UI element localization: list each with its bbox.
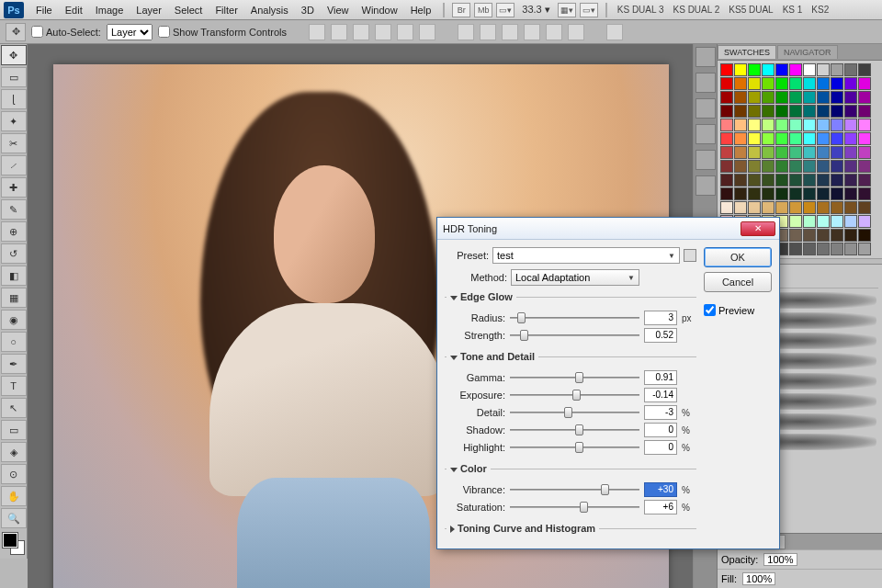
dock-icon[interactable] bbox=[695, 47, 716, 67]
swatch-color[interactable] bbox=[817, 77, 830, 90]
swatch-color[interactable] bbox=[803, 187, 816, 200]
swatch-color[interactable] bbox=[720, 77, 733, 90]
preset-dropdown[interactable]: test▼ bbox=[492, 247, 680, 264]
navigator-tab[interactable]: NAVIGATOR bbox=[777, 45, 838, 59]
swatch-color[interactable] bbox=[789, 215, 802, 228]
swatch-color[interactable] bbox=[762, 119, 775, 131]
swatch-color[interactable] bbox=[803, 119, 816, 131]
swatch-color[interactable] bbox=[858, 132, 871, 145]
eyedropper-tool[interactable]: ⟋ bbox=[1, 155, 27, 175]
auto-select-dropdown[interactable]: Layer bbox=[107, 24, 153, 40]
swatch-color[interactable] bbox=[803, 91, 816, 104]
swatch-color[interactable] bbox=[817, 243, 830, 255]
highlight-value[interactable]: 0 bbox=[644, 440, 677, 455]
swatch-color[interactable] bbox=[789, 132, 802, 145]
swatch-color[interactable] bbox=[734, 77, 747, 90]
swatch-color[interactable] bbox=[720, 187, 733, 200]
distribute-icon[interactable] bbox=[480, 24, 496, 40]
opacity-value[interactable]: 100% bbox=[763, 553, 797, 566]
swatch-color[interactable] bbox=[748, 119, 761, 131]
gamma-value[interactable]: 0.91 bbox=[644, 370, 677, 385]
auto-align-icon[interactable] bbox=[606, 24, 623, 40]
swatch-color[interactable] bbox=[858, 146, 871, 159]
swatch-color[interactable] bbox=[775, 119, 788, 131]
swatch-color[interactable] bbox=[844, 215, 857, 228]
swatch-color[interactable] bbox=[720, 105, 733, 118]
swatch-color[interactable] bbox=[775, 160, 788, 173]
menu-window[interactable]: Window bbox=[356, 2, 404, 18]
auto-select-checkbox[interactable]: Auto-Select: bbox=[31, 26, 101, 38]
swatch-color[interactable] bbox=[775, 132, 788, 145]
swatch-color[interactable] bbox=[789, 187, 802, 200]
swatch-color[interactable] bbox=[775, 201, 788, 214]
swatch-color[interactable] bbox=[748, 105, 761, 118]
swatch-color[interactable] bbox=[734, 146, 747, 159]
swatch-color[interactable] bbox=[775, 77, 788, 90]
swatch-color[interactable] bbox=[789, 201, 802, 214]
detail-slider[interactable] bbox=[510, 405, 639, 420]
swatch-color[interactable] bbox=[844, 77, 857, 90]
swatch-color[interactable] bbox=[720, 174, 733, 187]
swatch-color[interactable] bbox=[803, 174, 816, 187]
swatch-color[interactable] bbox=[817, 201, 830, 214]
swatch-color[interactable] bbox=[734, 132, 747, 145]
swatch-color[interactable] bbox=[858, 77, 871, 90]
swatch-color[interactable] bbox=[844, 201, 857, 214]
type-tool[interactable]: T bbox=[1, 376, 27, 396]
swatch-color[interactable] bbox=[789, 174, 802, 187]
minibridge-icon[interactable]: Mb bbox=[474, 3, 492, 17]
distribute-icon[interactable] bbox=[524, 24, 540, 40]
swatch-color[interactable] bbox=[803, 132, 816, 145]
swatch-color[interactable] bbox=[789, 229, 802, 242]
swatch-color[interactable] bbox=[831, 201, 843, 214]
swatch-color[interactable] bbox=[858, 243, 871, 255]
swatch-color[interactable] bbox=[831, 105, 843, 118]
menu-3d[interactable]: 3D bbox=[295, 2, 321, 18]
align-icon[interactable] bbox=[397, 24, 413, 40]
preview-checkbox[interactable]: Preview bbox=[704, 304, 772, 316]
swatch-color[interactable] bbox=[720, 146, 733, 159]
menu-select[interactable]: Select bbox=[168, 2, 209, 18]
swatch-color[interactable] bbox=[789, 105, 802, 118]
saturation-slider[interactable] bbox=[510, 500, 639, 514]
swatch-color[interactable] bbox=[817, 187, 830, 200]
lasso-tool[interactable]: ɭ bbox=[1, 89, 27, 109]
show-transform-checkbox[interactable]: Show Transform Controls bbox=[158, 26, 287, 38]
swatch-color[interactable] bbox=[817, 174, 830, 187]
distribute-icon[interactable] bbox=[458, 24, 474, 40]
ok-button[interactable]: OK bbox=[704, 247, 772, 267]
swatches-tab[interactable]: SWATCHES bbox=[718, 45, 776, 59]
swatch-color[interactable] bbox=[789, 77, 802, 90]
3d-camera-tool[interactable]: ⊙ bbox=[1, 464, 27, 484]
swatch-color[interactable] bbox=[748, 160, 761, 173]
swatch-color[interactable] bbox=[831, 119, 843, 131]
swatch-color[interactable] bbox=[734, 187, 747, 200]
swatch-color[interactable] bbox=[789, 119, 802, 131]
menu-help[interactable]: Help bbox=[404, 2, 438, 18]
swatch-color[interactable] bbox=[775, 63, 788, 76]
swatch-color[interactable] bbox=[720, 160, 733, 173]
swatch-color[interactable] bbox=[831, 132, 843, 145]
workspace-1[interactable]: KS DUAL 3 bbox=[613, 5, 669, 15]
swatch-color[interactable] bbox=[803, 201, 816, 214]
detail-value[interactable]: -3 bbox=[644, 405, 677, 420]
menu-layer[interactable]: Layer bbox=[130, 2, 168, 18]
bridge-icon[interactable]: Br bbox=[452, 3, 470, 17]
swatch-color[interactable] bbox=[831, 174, 843, 187]
exposure-slider[interactable] bbox=[510, 388, 639, 402]
swatch-color[interactable] bbox=[748, 91, 761, 104]
swatch-color[interactable] bbox=[831, 215, 843, 228]
clone-tool[interactable]: ⊕ bbox=[1, 221, 27, 242]
swatch-color[interactable] bbox=[858, 174, 871, 187]
swatch-color[interactable] bbox=[831, 77, 843, 90]
dodge-tool[interactable]: ○ bbox=[1, 332, 27, 352]
swatch-color[interactable] bbox=[734, 91, 747, 104]
dock-icon[interactable] bbox=[695, 98, 716, 119]
swatch-color[interactable] bbox=[817, 146, 830, 159]
swatch-color[interactable] bbox=[748, 132, 761, 145]
swatch-color[interactable] bbox=[789, 160, 802, 173]
menu-edit[interactable]: Edit bbox=[59, 2, 89, 18]
gradient-tool[interactable]: ▦ bbox=[1, 288, 27, 308]
zoom-tool[interactable]: 🔍 bbox=[1, 508, 27, 528]
vibrance-value[interactable]: +30 bbox=[644, 482, 677, 497]
